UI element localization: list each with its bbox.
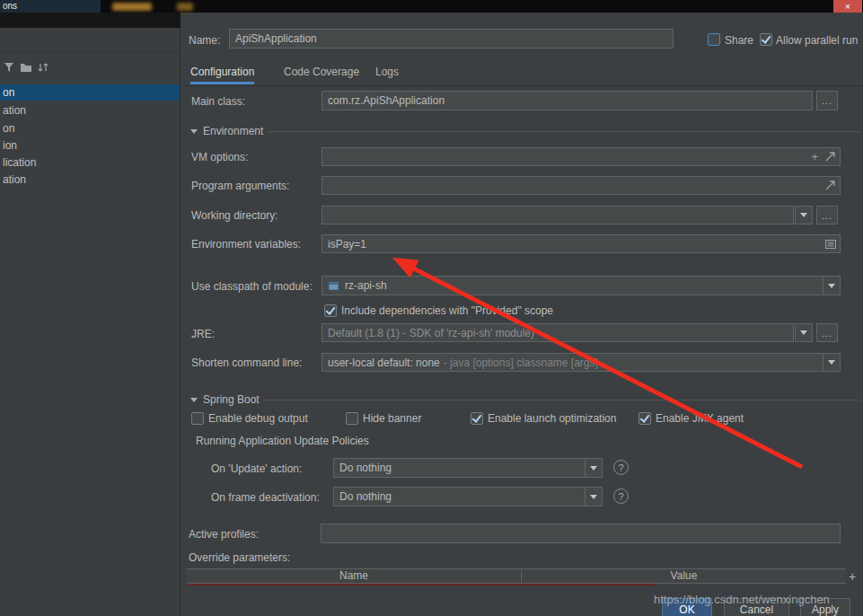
working-directory-browse-button[interactable]: ... [816,206,838,224]
environment-section-header[interactable]: Environment [190,125,263,137]
add-icon: + [849,569,856,584]
combo-arrow-segment[interactable] [823,277,840,295]
main-class-browse-button[interactable]: ... [816,91,838,110]
dialog-top-left-strip [0,13,181,28]
environment-section-rule [268,131,860,132]
vm-options-input[interactable]: + [321,147,841,166]
config-tree-item[interactable]: on [0,84,180,101]
jre-dropdown-button[interactable] [795,323,813,342]
sort-icon[interactable] [38,62,48,73]
on-update-action-value: Do nothing [339,462,392,474]
tab-label: Code Coverage [284,66,359,78]
help-icon[interactable]: ? [613,460,629,475]
jre-browse-button[interactable]: ... [816,323,838,342]
active-profiles-input[interactable] [321,524,841,543]
on-update-action-combobox[interactable]: Do nothing [333,458,603,478]
vm-options-label: VM options: [191,151,248,164]
enable-jmx-agent-checkbox[interactable] [638,412,651,425]
jre-label: JRE: [191,328,215,341]
tab-logs[interactable]: Logs [375,62,399,84]
main-class-input[interactable]: com.rz.ApiShApplication [321,91,813,110]
classpath-module-label: Use classpath of module: [191,280,313,294]
help-icon[interactable]: ? [613,488,629,504]
ellipsis-icon: ... [822,95,832,106]
tab-configuration[interactable]: Configuration [190,62,254,84]
config-tree-item[interactable]: ation [0,172,180,188]
add-icon[interactable]: + [811,150,818,163]
config-tree-item[interactable]: on [0,120,180,136]
chevron-down-icon [590,495,597,499]
window-title: ons [3,1,17,11]
module-icon [328,280,339,292]
allow-parallel-label: Allow parallel run [776,34,858,48]
share-label: Share [725,34,753,48]
shorten-command-line-hint: - java [options] classname [args] [444,356,598,369]
chevron-down-icon [590,466,597,471]
provided-scope-checkbox[interactable] [324,304,337,317]
chevron-down-icon [800,330,807,335]
enable-launch-optimization-checkbox[interactable] [471,412,483,425]
table-column-value: Value [521,569,846,583]
override-parameters-label: Override parameters: [189,551,290,565]
os-titlebar: ons × [0,0,863,13]
on-frame-deactivation-value: Do nothing [339,490,392,503]
config-tree-item-label: ation [3,104,26,117]
help-glyph: ? [618,462,623,473]
expand-field-icon[interactable] [825,152,835,162]
close-icon: × [845,2,850,12]
tabs-divider [181,85,863,86]
config-tree-item[interactable]: ion [0,137,180,154]
collapse-triangle-icon [190,398,198,402]
spring-boot-section-header[interactable]: Spring Boot [190,393,260,406]
on-frame-deactivation-label: On frame deactivation: [211,491,320,505]
folder-icon[interactable] [20,62,32,73]
combo-arrow-segment[interactable] [585,459,602,477]
config-tree-item-label: on [3,86,14,99]
share-checkbox[interactable] [708,33,720,46]
program-arguments-label: Program arguments: [191,180,289,193]
taskbar-blur-item [112,3,152,11]
add-parameter-button[interactable]: + [845,569,859,584]
shorten-command-line-combobox[interactable]: user-local default: none - java [options… [321,353,841,372]
config-tree-item-label: ation [3,173,26,186]
enable-debug-output-checkbox[interactable] [191,412,204,425]
working-directory-dropdown-button[interactable] [795,206,813,224]
red-underline-artifact [187,584,656,585]
working-directory-input[interactable] [321,206,794,224]
config-tree-item-label: ion [3,139,17,152]
shorten-command-line-label: Shorten command line: [191,356,302,370]
spring-boot-section-label: Spring Boot [203,393,260,406]
program-arguments-input[interactable] [321,176,841,195]
browse-variables-icon[interactable] [825,239,836,250]
hide-banner-checkbox[interactable] [346,412,358,425]
spring-boot-section-rule [263,400,860,400]
provided-scope-label: Include dependencies with "Provided" sco… [341,304,553,318]
sidebar-toolbar-divider [0,51,180,52]
active-profiles-label: Active profiles: [189,528,259,541]
jre-value: Default (1.8 (1) - SDK of 'rz-api-sh' mo… [328,327,534,339]
run-debug-configurations-dialog: ons × on ation on ion [0,0,863,616]
name-input[interactable]: ApiShApplication [229,29,674,48]
environment-variables-value: isPay=1 [328,238,366,251]
ellipsis-icon: ... [822,210,832,221]
close-button[interactable]: × [833,0,862,13]
on-frame-deactivation-combobox[interactable]: Do nothing [333,487,603,506]
hide-banner-label: Hide banner [363,412,421,426]
expand-field-icon[interactable] [825,180,835,190]
combo-arrow-segment[interactable] [823,354,840,371]
allow-parallel-checkbox[interactable] [760,33,772,46]
chevron-down-icon [828,360,835,365]
name-label: Name: [189,34,220,48]
filter-icon[interactable] [4,62,14,73]
config-tree-item[interactable]: ation [0,102,180,119]
working-directory-label: Working directory: [191,209,277,223]
jre-combobox[interactable]: Default (1.8 (1) - SDK of 'rz-api-sh' mo… [321,323,794,342]
classpath-module-combobox[interactable]: rz-api-sh [321,276,841,295]
config-tree-item-label: lication [3,156,36,169]
environment-variables-input[interactable]: isPay=1 [321,234,841,253]
config-tree-item[interactable]: lication [0,154,180,171]
tab-code-coverage[interactable]: Code Coverage [284,62,359,84]
combo-arrow-segment[interactable] [585,488,602,506]
enable-debug-output-label: Enable debug output [208,412,308,426]
environment-variables-label: Environment variables: [191,238,301,251]
